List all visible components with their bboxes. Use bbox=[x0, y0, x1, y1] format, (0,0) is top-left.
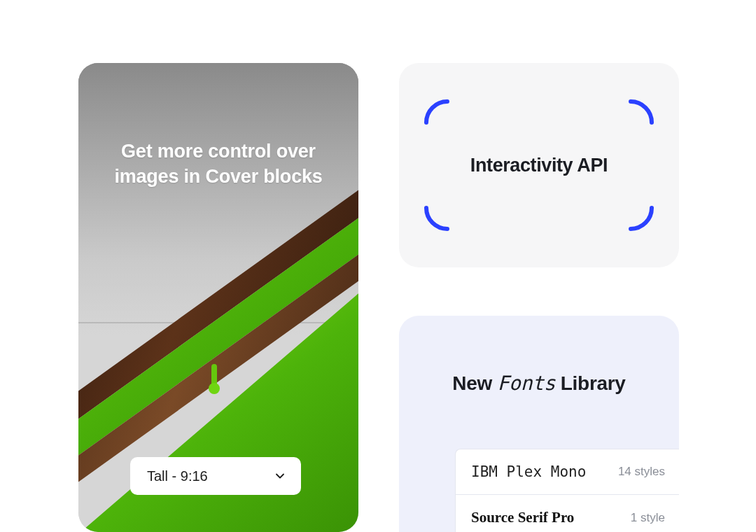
aspect-ratio-select[interactable]: Tall - 9:16 bbox=[130, 457, 301, 495]
font-name: IBM Plex Mono bbox=[471, 463, 586, 480]
feature-cards-canvas: Get more control over images in Cover bl… bbox=[0, 0, 756, 532]
svg-point-7 bbox=[209, 383, 220, 394]
frame-corner-icon bbox=[625, 202, 654, 232]
font-style-count: 1 style bbox=[631, 511, 665, 525]
font-style-count: 14 styles bbox=[618, 465, 665, 479]
fonts-library-title: New Fonts Library bbox=[399, 372, 679, 395]
fonts-title-post: Library bbox=[555, 372, 625, 394]
frame-corner-icon bbox=[424, 99, 453, 128]
card-interactivity-api: Interactivity API bbox=[399, 63, 679, 267]
aspect-ratio-value: Tall - 9:16 bbox=[147, 468, 208, 484]
frame-corner-icon bbox=[625, 99, 654, 128]
font-name: Source Serif Pro bbox=[471, 509, 574, 526]
cover-title: Get more control over images in Cover bl… bbox=[78, 139, 358, 190]
api-frame: Interactivity API bbox=[424, 99, 654, 232]
cover-title-line-1: Get more control over bbox=[121, 141, 316, 162]
card-fonts-library: New Fonts Library IBM Plex Mono 14 style… bbox=[399, 316, 679, 532]
font-list-item[interactable]: Source Serif Pro 1 style bbox=[456, 495, 679, 532]
font-list: IBM Plex Mono 14 styles Source Serif Pro… bbox=[455, 449, 679, 532]
cover-title-line-2: images in Cover blocks bbox=[114, 166, 322, 187]
api-title: Interactivity API bbox=[470, 155, 608, 176]
font-list-item[interactable]: IBM Plex Mono 14 styles bbox=[456, 449, 679, 495]
chevron-down-icon bbox=[274, 470, 286, 482]
frame-corner-icon bbox=[424, 202, 453, 232]
fonts-title-em: Fonts bbox=[498, 372, 556, 395]
fonts-title-pre: New bbox=[452, 372, 497, 394]
card-cover-block: Get more control over images in Cover bl… bbox=[78, 63, 358, 532]
